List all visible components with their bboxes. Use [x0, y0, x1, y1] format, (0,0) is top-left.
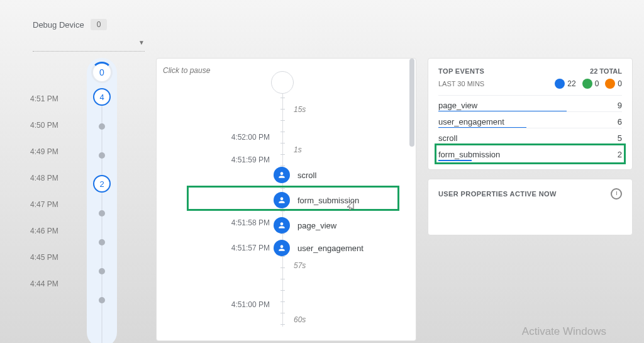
stream-event-name: user_engagement — [297, 244, 364, 253]
top-event-row[interactable]: page_view9 — [438, 95, 622, 111]
gap-duration: 60s — [294, 315, 306, 324]
minute-label: 4:45 PM — [30, 253, 58, 262]
top-event-row[interactable]: form_submission2 — [438, 144, 622, 160]
stream-event[interactable]: page_view — [274, 217, 336, 233]
minute-label: 4:50 PM — [30, 121, 58, 130]
minute-track: 0 42 — [87, 58, 117, 343]
chip-value: 0 — [618, 79, 622, 88]
device-selector-dropdown[interactable]: ▼ — [33, 39, 145, 52]
minute-dot[interactable] — [99, 239, 105, 245]
chip-dot-icon — [605, 79, 615, 89]
gap-duration: 1s — [294, 145, 302, 154]
minute-track-line — [102, 94, 103, 343]
stream-timestamp: 4:51:00 PM — [219, 300, 270, 309]
minute-label: 4:48 PM — [30, 174, 58, 183]
minute-label: 4:47 PM — [30, 200, 58, 209]
top-events-total: 22 TOTAL — [590, 67, 622, 75]
top-events-subtitle: LAST 30 MINS — [438, 80, 484, 87]
user-event-icon — [274, 167, 290, 183]
top-event-name: scroll — [438, 133, 457, 143]
debug-device-count: 0 — [91, 19, 108, 30]
top-event-count: 5 — [618, 133, 622, 143]
cursor-icon — [345, 201, 354, 213]
event-stream: 15s1s57s60s4:52:00 PM4:51:59 PM4:51:58 P… — [157, 75, 416, 327]
gap-duration: 57s — [294, 261, 306, 270]
minute-label: 4:44 PM — [30, 279, 58, 288]
minute-label: 4:46 PM — [30, 227, 58, 235]
minute-dot[interactable] — [99, 210, 105, 216]
user-event-icon — [274, 240, 290, 256]
stream-head-marker — [271, 71, 294, 94]
minute-label: 4:49 PM — [30, 147, 58, 156]
minute-ring[interactable]: 2 — [93, 175, 111, 193]
top-event-bar — [438, 160, 472, 161]
stream-timestamp: 4:52:00 PM — [219, 133, 270, 142]
minute-dot[interactable] — [99, 297, 105, 303]
top-event-name: page_view — [438, 101, 477, 110]
minute-label: 4:51 PM — [30, 94, 58, 103]
stream-timestamp: 4:51:58 PM — [219, 218, 270, 227]
event-type-chip[interactable]: 22 — [555, 79, 575, 89]
windows-watermark: Activate Windows — [522, 325, 606, 338]
chevron-down-icon: ▼ — [138, 39, 145, 46]
top-event-name: user_engagement — [438, 117, 504, 127]
stream-event[interactable]: user_engagement — [274, 240, 364, 256]
user-properties-title: USER PROPERTIES ACTIVE NOW — [438, 190, 557, 198]
user-properties-card: USER PROPERTIES ACTIVE NOW — [428, 179, 633, 235]
event-type-chip[interactable]: 0 — [605, 79, 622, 89]
event-type-chip[interactable]: 0 — [582, 79, 599, 89]
top-event-count: 6 — [618, 117, 622, 127]
event-stream-panel: Click to pause 15s1s57s60s4:52:00 PM4:51… — [156, 58, 416, 341]
top-events-title: TOP EVENTS — [438, 67, 484, 75]
stream-event[interactable]: scroll — [274, 167, 316, 183]
minute-dot[interactable] — [99, 152, 105, 159]
top-event-name: form_submission — [438, 150, 500, 159]
stream-event-name: page_view — [297, 221, 336, 230]
chip-dot-icon — [582, 79, 592, 89]
debug-device-label: Debug Device — [33, 20, 84, 30]
top-event-count: 2 — [618, 150, 622, 159]
chip-value: 0 — [595, 79, 599, 88]
minute-timeline: 0 42 4:51 PM4:50 PM4:49 PM4:48 PM4:47 PM… — [11, 58, 145, 341]
top-event-row[interactable]: scroll5 — [438, 128, 622, 144]
gap-duration: 15s — [294, 105, 306, 114]
stream-timestamp: 4:51:59 PM — [219, 155, 270, 164]
user-event-icon — [274, 192, 290, 208]
stream-timestamp: 4:51:57 PM — [219, 244, 270, 252]
history-icon[interactable] — [611, 188, 622, 200]
top-event-row[interactable]: user_engagement6 — [438, 111, 622, 128]
user-event-icon — [274, 217, 290, 233]
minute-dot[interactable] — [99, 268, 105, 274]
top-events-card: TOP EVENTS 22 TOTAL LAST 30 MINS 2200 pa… — [428, 58, 633, 170]
top-event-count: 9 — [618, 101, 622, 110]
chip-dot-icon — [555, 79, 565, 89]
minute-ring[interactable]: 4 — [93, 88, 111, 106]
minute-dot[interactable] — [99, 123, 105, 130]
chip-value: 22 — [567, 79, 575, 88]
minute-ring-current[interactable]: 0 — [91, 62, 113, 83]
stream-event-name: scroll — [297, 171, 316, 180]
